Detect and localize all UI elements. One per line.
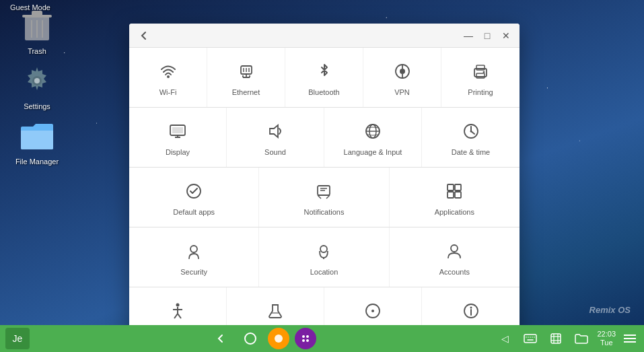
accessibility-icon xyxy=(167,300,188,322)
settings-item-ethernet[interactable]: Ethernet xyxy=(207,48,285,107)
settings-item-vpn[interactable]: VPN xyxy=(363,48,441,107)
svg-line-56 xyxy=(178,314,181,318)
settings-content: Wi-Fi xyxy=(129,48,520,347)
vpn-icon xyxy=(392,61,413,82)
svg-rect-44 xyxy=(448,184,454,190)
settings-item-wifi[interactable]: Wi-Fi xyxy=(129,48,207,107)
wifi-icon xyxy=(157,61,179,82)
svg-line-55 xyxy=(174,314,178,318)
taskbar-home-button[interactable] xyxy=(238,326,262,351)
settings-item-location[interactable]: Location xyxy=(259,227,389,287)
window-close-button[interactable]: ✕ xyxy=(498,28,514,44)
taskbar-app-button[interactable]: Je xyxy=(5,328,30,349)
window-maximize-button[interactable]: □ xyxy=(479,28,495,44)
security-label: Security xyxy=(180,267,207,277)
svg-rect-45 xyxy=(455,184,461,190)
svg-point-66 xyxy=(302,335,305,338)
security-icon xyxy=(183,240,205,262)
svg-point-60 xyxy=(371,310,374,312)
printing-label: Printing xyxy=(468,87,493,97)
applications-label: Applications xyxy=(435,207,474,217)
settings-window: — □ ✕ Wi-F xyxy=(129,24,520,347)
bluetooth-icon xyxy=(314,61,335,82)
file-manager-icon xyxy=(18,117,56,155)
settings-item-printing[interactable]: Printing xyxy=(441,48,520,107)
settings-item-applications[interactable]: Applications xyxy=(390,168,520,227)
notifications-icon xyxy=(313,180,334,202)
about-icon xyxy=(460,300,482,322)
taskbar-wifi-button[interactable] xyxy=(546,328,566,349)
svg-point-9 xyxy=(167,75,170,78)
taskbar-day-value: Tue xyxy=(597,339,616,347)
settings-item-default-apps[interactable]: Default apps xyxy=(129,168,259,227)
taskbar-recent-button[interactable] xyxy=(268,328,289,349)
svg-rect-23 xyxy=(476,65,485,70)
window-back-button[interactable] xyxy=(135,26,153,45)
datetime-label: Date & time xyxy=(452,147,490,157)
settings-item-display[interactable]: Display xyxy=(129,108,227,167)
display-label: Display xyxy=(166,147,190,157)
sound-label: Sound xyxy=(264,147,286,157)
language-label: Language & Input xyxy=(344,147,402,157)
svg-rect-47 xyxy=(455,192,461,198)
svg-point-69 xyxy=(306,339,309,342)
window-minimize-button[interactable]: — xyxy=(460,28,476,44)
window-controls: — □ ✕ xyxy=(460,28,514,44)
datetime-icon xyxy=(460,120,482,142)
svg-rect-2 xyxy=(32,11,42,16)
settings-item-datetime[interactable]: Date & time xyxy=(422,108,520,167)
trash-label: Trash xyxy=(28,47,46,55)
settings-item-language[interactable]: Language & Input xyxy=(324,108,422,167)
taskbar-back-button[interactable] xyxy=(209,326,233,351)
desktop-icon-file-manager[interactable]: File Manager xyxy=(10,117,64,166)
default-apps-icon xyxy=(183,180,205,202)
printing-icon xyxy=(470,61,491,82)
taskbar-folder-button[interactable] xyxy=(571,328,592,349)
applications-icon xyxy=(443,180,465,202)
display-icon xyxy=(167,120,188,142)
settings-item-security[interactable]: Security xyxy=(129,227,259,287)
vpn-label: VPN xyxy=(394,87,410,97)
desktop: Guest Mode Trash xyxy=(0,0,644,352)
svg-point-49 xyxy=(320,246,327,252)
taskbar-nav-left-button[interactable]: ◁ xyxy=(495,328,515,349)
accounts-icon xyxy=(443,240,465,262)
desktop-icons: Trash Settings File Manage xyxy=(10,7,64,166)
taskbar-apps-button[interactable] xyxy=(295,328,316,349)
svg-point-52 xyxy=(176,303,180,306)
ethernet-label: Ethernet xyxy=(232,87,260,97)
settings-row-display: Display Sound xyxy=(129,108,520,168)
settings-icon xyxy=(18,62,56,100)
taskbar: Je xyxy=(0,325,644,352)
svg-point-37 xyxy=(470,130,472,132)
settings-row-apps: Default apps Notifications xyxy=(129,168,520,227)
settings-item-bluetooth[interactable]: Bluetooth xyxy=(285,48,363,107)
wifi-label: Wi-Fi xyxy=(159,87,177,97)
remix-logo: Remix OS xyxy=(589,305,631,315)
ethernet-icon xyxy=(236,61,257,82)
svg-rect-46 xyxy=(448,192,454,198)
settings-item-notifications[interactable]: Notifications xyxy=(259,168,389,227)
file-manager-label: File Manager xyxy=(15,157,59,166)
trash-icon xyxy=(18,7,56,44)
sound-icon xyxy=(264,120,286,142)
settings-row-security: Security Location xyxy=(129,227,520,287)
taskbar-keyboard-button[interactable] xyxy=(520,328,540,349)
taskbar-center xyxy=(35,326,489,351)
desktop-icon-trash[interactable]: Trash xyxy=(10,7,64,55)
svg-point-63 xyxy=(470,306,472,308)
experimental-icon xyxy=(264,300,286,322)
default-apps-label: Default apps xyxy=(173,207,215,217)
settings-item-accounts[interactable]: Accounts xyxy=(390,227,520,287)
svg-point-67 xyxy=(306,335,309,338)
settings-row-network: Wi-Fi xyxy=(129,48,520,108)
reset-icon xyxy=(362,300,384,322)
taskbar-menu-button[interactable] xyxy=(621,332,639,345)
svg-point-65 xyxy=(275,335,283,343)
svg-point-19 xyxy=(400,69,405,74)
settings-item-sound[interactable]: Sound xyxy=(227,108,324,167)
language-icon xyxy=(362,120,384,142)
desktop-icon-settings[interactable]: Settings xyxy=(10,62,64,110)
window-titlebar: — □ ✕ xyxy=(129,24,520,48)
location-icon xyxy=(313,240,334,262)
